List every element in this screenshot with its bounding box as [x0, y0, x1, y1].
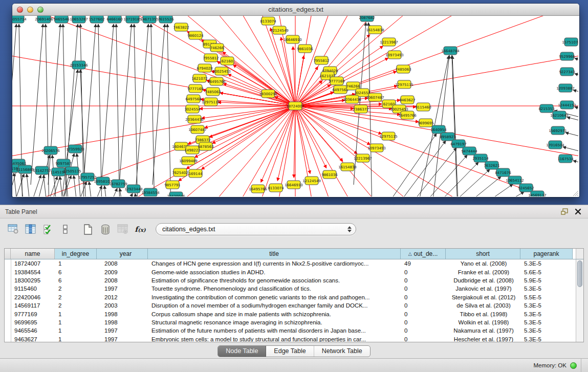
cell-year: 2008 [97, 260, 148, 267]
window-titlebar[interactable]: citations_edges.txt [12, 4, 579, 16]
graph-node-label: 12093887 [556, 86, 575, 91]
graph-node-label: 8133074 [260, 19, 276, 24]
graph-node-label: 12444153 [558, 103, 576, 107]
window-resize-grip[interactable] [572, 189, 579, 196]
table-row[interactable]: 1456911722003Disruption of a novel membe… [5, 301, 583, 310]
column-header-out_degree[interactable]: △out_de... [401, 249, 446, 259]
graph-node-label: 16154838 [338, 165, 357, 169]
table-row[interactable]: 1830029562008Estimation of significance … [5, 276, 583, 285]
tab-node-table[interactable]: Node Table [218, 346, 266, 357]
table-row[interactable]: 969969511998Structural magnetic resonanc… [5, 318, 583, 326]
cell-pagerank: 5.3E-5 [521, 302, 573, 309]
graph-node-label: 10607487 [366, 96, 384, 100]
table-row[interactable]: 1938455462009Genome-wide association stu… [5, 268, 583, 276]
graph-node-label: 10973493 [385, 53, 404, 57]
close-panel-icon[interactable] [573, 207, 583, 216]
graph-node-label: 16099489 [179, 159, 198, 163]
checkbox-stack-icon[interactable] [58, 222, 73, 236]
select-all-icon[interactable] [41, 222, 55, 236]
table-row[interactable]: 977716911998Corpus callosum shape and si… [5, 310, 583, 318]
node-table: namein_degreeyeartitle△out_de...shortpag… [4, 248, 584, 342]
window-title: citations_edges.txt [12, 6, 579, 13]
cell-short: Tibbo et al. (1998) [446, 311, 521, 317]
column-header-year[interactable]: year [97, 249, 148, 259]
graph-node-label: 6794028 [197, 67, 212, 71]
table-toolbar: f(x) citations_edges.txt [0, 218, 588, 240]
table-selector-dropdown[interactable]: citations_edges.txt [156, 223, 356, 235]
graph-node-label: 16646910 [285, 183, 303, 187]
graph-node-label: 12975115 [379, 135, 398, 139]
graph-node-label: 12923448 [124, 187, 143, 191]
cell-out_degree: 0 [401, 302, 446, 309]
cell-year: 1998 [97, 319, 148, 325]
tab-edge-table[interactable]: Edge Table [266, 346, 314, 357]
cell-title: Investigating the contribution of common… [148, 294, 401, 300]
graph-node-label: 10653287 [70, 17, 88, 21]
graph-node-label: 12213967 [354, 157, 372, 161]
cell-short: Nakamura et al. (1997) [446, 327, 521, 334]
cell-in_degree: 2 [55, 286, 97, 292]
table-row[interactable]: 911546021997Tourette syndrome. Phenomeno… [5, 285, 583, 293]
column-header-short[interactable]: short [446, 249, 520, 259]
graph-node-label: 5878563 [198, 145, 213, 149]
graph-node-label: 10025453 [212, 70, 231, 74]
cell-pagerank: 5.3E-5 [521, 336, 573, 342]
graph-node-label: 7625402 [172, 171, 188, 175]
tab-network-table[interactable]: Network Table [314, 346, 370, 357]
graph-node-label: 9777169 [329, 79, 344, 83]
graph-node-label: 19384554 [141, 191, 160, 195]
table-row[interactable]: 1872400712008Changes of HCN gene express… [5, 259, 583, 268]
cell-name: 19384554 [11, 269, 55, 275]
graph-node-label: 12975115 [395, 83, 413, 87]
float-panel-icon[interactable] [559, 207, 570, 216]
cell-pagerank: 5.3E-5 [521, 319, 573, 325]
table-row[interactable]: 946362711997Embryonic stem cells: a mode… [5, 335, 583, 342]
memory-status-label: Memory: OK [533, 362, 567, 368]
graph-node-label: 10025453 [390, 107, 408, 112]
graph-node-label: 9097587 [55, 162, 71, 166]
column-header-in_degree[interactable]: in_degree [55, 249, 97, 259]
graph-node-label: 7955812 [203, 56, 219, 60]
cell-title: Changes of HCN gene expression and I(f) … [148, 260, 401, 267]
cell-short: Franke et al. (2009) [446, 269, 521, 275]
cell-pagerank: 5.5E-5 [521, 294, 573, 300]
cell-out_degree: 0 [401, 277, 446, 283]
scrollbar-thumb[interactable] [577, 260, 582, 287]
show-columns-icon[interactable] [24, 222, 38, 236]
table-row[interactable]: 2242004622012Investigating the contribut… [5, 293, 583, 301]
graph-node-label: 9861036 [321, 173, 338, 177]
column-header-title[interactable]: title [148, 249, 401, 259]
graph-node-label: 9777169 [187, 87, 203, 91]
cell-pagerank: 5.3E-5 [521, 260, 573, 267]
graph-node-label: 8471676 [495, 171, 511, 175]
network-canvas[interactable]: 1872400718300295140557142069140694655461… [12, 16, 579, 197]
column-header-name[interactable]: name [11, 249, 55, 259]
cell-pagerank: 5.3E-5 [521, 327, 573, 334]
cell-in_degree: 1 [55, 260, 97, 267]
function-builder-icon[interactable]: f(x) [133, 222, 147, 236]
cell-pagerank: 5.6E-5 [521, 269, 573, 275]
column-header-pagerank[interactable]: pagerank [520, 249, 573, 259]
create-column-icon[interactable] [81, 222, 95, 236]
table-row[interactable]: 946554611997Estimation of the future num… [5, 326, 583, 335]
cell-year: 1998 [97, 311, 148, 317]
delete-table-icon[interactable] [116, 222, 130, 236]
cell-in_degree: 1 [55, 336, 97, 342]
cell-title: Tourette syndrome. Phenomenology and cla… [148, 286, 401, 292]
cell-title: Estimation of the future numbers of pati… [148, 327, 401, 334]
graph-node-label: 12975115 [202, 100, 220, 104]
cell-title: Structural magnetic resonance image aver… [148, 319, 401, 325]
graph-node-label: 16495766 [249, 187, 267, 191]
table-vertical-scrollbar[interactable] [576, 259, 583, 342]
graph-node-label: 2087682 [359, 16, 375, 20]
cell-name: 9699695 [11, 319, 55, 325]
cell-in_degree: 2 [55, 302, 97, 309]
delete-column-icon[interactable] [98, 222, 113, 236]
cell-out_degree: 0 [401, 319, 446, 325]
graph-node-label: 10654112 [506, 179, 524, 183]
cell-year: 2003 [97, 302, 148, 309]
graph-node-label: 2935114 [472, 157, 489, 161]
table-mode-icon[interactable] [6, 222, 20, 236]
graph-node-label: 8133074 [268, 186, 284, 190]
graph-node-label: 6466160 [106, 17, 122, 21]
